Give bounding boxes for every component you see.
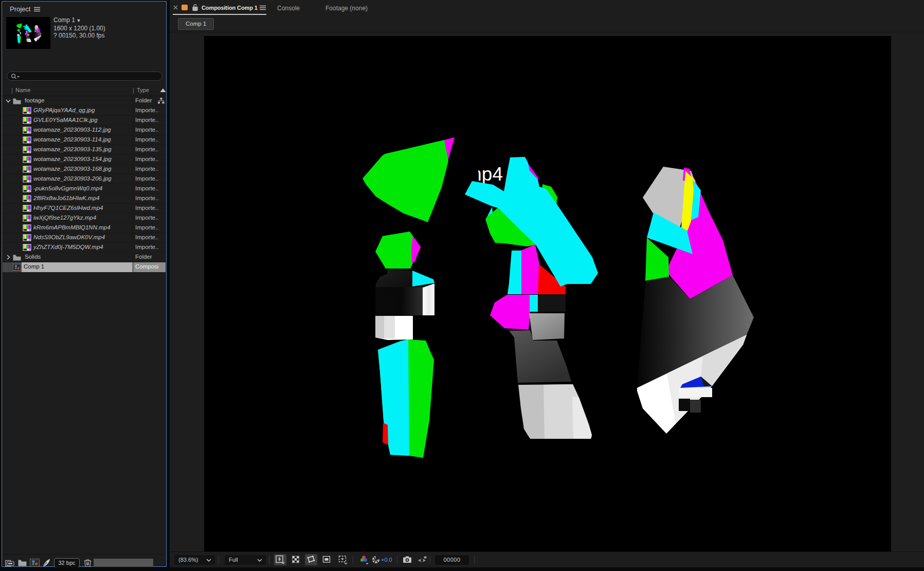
exposure-value[interactable]: +0.0 (381, 557, 392, 563)
project-row[interactable]: kRm6mAPBmMBlQ1NN.mp4Importe.. (3, 223, 166, 233)
resolution-select[interactable]: Full (225, 555, 266, 565)
project-row[interactable]: yZhZTXd0j-7M5DQW.mp4Importe.. (3, 243, 166, 253)
preview-comp-name[interactable]: Comp 1 (53, 16, 75, 24)
project-row[interactable]: wotamaze_20230903-112.jpgImporte.. (3, 126, 166, 135)
project-row[interactable]: HhyF7Q1CEZ6slHwd.mp4Importe.. (3, 204, 166, 213)
project-item-type: Composi (135, 263, 158, 270)
project-row[interactable]: GRyPAjqaYAAd_qg.jpgImporte.. (3, 106, 166, 116)
project-row[interactable]: wotamaze_20230903-114.jpgImporte.. (3, 135, 166, 145)
project-panel-menu-icon[interactable] (33, 6, 41, 12)
mask-visibility-button[interactable] (305, 554, 317, 565)
project-item-type: Importe.. (135, 224, 158, 230)
project-row[interactable]: wotamaze_20230903-206.jpgImporte.. (3, 174, 166, 184)
grid-guides-button[interactable] (337, 554, 349, 565)
fast-previews-icon (276, 555, 285, 564)
project-item-name[interactable]: yZhZTXd0j-7M5DQW.mp4 (33, 244, 103, 250)
zoom-select[interactable]: (83.6%) (174, 555, 215, 565)
toolbar-separator (219, 556, 219, 564)
comp-nav-button[interactable]: Comp 1 (178, 18, 214, 30)
fast-previews-button[interactable] (274, 554, 286, 565)
project-panel-tab[interactable]: Project (10, 5, 30, 13)
reset-exposure-button[interactable] (370, 554, 382, 565)
project-item-name[interactable]: GRyPAjqaYAAd_qg.jpg (33, 107, 95, 113)
project-row[interactable]: Comp 1Composi (3, 262, 166, 272)
project-item-type: Importe.. (135, 205, 158, 211)
composition-panel-menu-icon[interactable] (259, 5, 266, 11)
project-item-name[interactable]: wotamaze_20230903-206.jpg (33, 175, 112, 182)
project-item-list: footageFolderGRyPAjqaYAAd_qg.jpgImporte.… (3, 96, 166, 272)
collapse-chevron-icon[interactable] (6, 255, 11, 260)
project-row[interactable]: 2f8Rx8wJo61bHlwK.mp4Importe.. (3, 194, 166, 204)
project-item-name[interactable]: footage (25, 97, 44, 103)
project-row[interactable]: footageFolder (3, 96, 166, 106)
project-item-type: Importe.. (135, 156, 158, 162)
project-item-name[interactable]: -pukn5o8vGgmnWq0.mp4 (33, 185, 102, 191)
new-folder-icon[interactable] (18, 559, 27, 566)
transparency-grid-icon (292, 555, 301, 564)
rgb-channels-icon (359, 555, 370, 565)
project-item-name[interactable]: Solids (25, 254, 41, 260)
project-item-type: Importe.. (135, 127, 158, 133)
project-row[interactable]: wotamaze_20230903-154.jpgImporte.. (3, 155, 166, 165)
search-input[interactable] (7, 72, 162, 81)
comp-preview-info: Comp 1 ▼ 1600 x 1200 (1.00) ? 00150, 30.… (53, 16, 105, 40)
horizontal-scrollbar[interactable] (94, 559, 153, 567)
delete-trash-icon[interactable] (84, 559, 92, 567)
project-row[interactable]: wotamaze_20230903-168.jpgImporte.. (3, 165, 166, 174)
project-item-type: Folder (135, 97, 152, 103)
show-snapshot-button[interactable] (415, 554, 428, 565)
project-row[interactable]: SolidsFolder (3, 253, 166, 262)
snapshot-button[interactable] (401, 554, 413, 565)
column-header-name[interactable]: Name (15, 87, 30, 93)
folder-icon (13, 254, 21, 261)
interpret-footage-icon[interactable] (5, 559, 14, 567)
resolution-value: Full (229, 557, 238, 563)
render-rocket-icon[interactable] (42, 558, 51, 567)
close-tab-icon[interactable] (173, 5, 178, 10)
transparency-grid-button[interactable] (290, 554, 302, 565)
composition-nav-bar: Comp 1 (170, 15, 924, 32)
footage-icon (23, 195, 31, 202)
project-item-name[interactable]: NdsS9ObZL9awDK0V.mp4 (33, 234, 105, 240)
new-composition-icon[interactable] (30, 559, 40, 567)
project-item-type: Importe.. (135, 215, 158, 221)
project-row[interactable]: wotamaze_20230903-135.jpgImporte.. (3, 145, 166, 155)
tab-console[interactable]: Console (277, 5, 300, 12)
footage-icon (23, 146, 31, 153)
column-header-type[interactable]: Type (137, 87, 149, 93)
project-item-name[interactable]: Comp 1 (24, 263, 44, 270)
project-item-type: Importe.. (135, 146, 158, 152)
project-row[interactable]: NdsS9ObZL9awDK0V.mp4Importe.. (3, 233, 166, 243)
tab-composition[interactable]: Composition Comp 1 (202, 5, 258, 11)
project-item-name[interactable]: 2f8Rx8wJo61bHlwK.mp4 (33, 195, 99, 201)
project-item-name[interactable]: wotamaze_20230903-112.jpg (33, 127, 111, 133)
project-item-name[interactable]: iwXjQf9se127gYkz.mp4 (33, 215, 96, 221)
toolbar-separator (474, 556, 475, 564)
timecode-field[interactable]: 00000 (435, 555, 469, 565)
project-item-name[interactable]: GVLE0Y5aMAA1CIk.jpg (33, 117, 98, 123)
flowchart-icon[interactable] (158, 98, 165, 104)
project-item-name[interactable]: wotamaze_20230903-114.jpg (33, 136, 111, 142)
composition-viewport[interactable] (204, 36, 891, 551)
sort-direction-icon[interactable] (160, 88, 166, 93)
project-row[interactable]: GVLE0Y5aMAA1CIk.jpgImporte.. (3, 116, 166, 126)
project-row[interactable]: -pukn5o8vGgmnWq0.mp4Importe.. (3, 184, 166, 194)
project-item-name[interactable]: HhyF7Q1CEZ6slHwd.mp4 (33, 205, 103, 211)
expand-chevron-icon[interactable] (6, 98, 11, 103)
footage-icon (23, 185, 31, 192)
preview-duration: ? 00150, 30.00 fps (53, 32, 105, 40)
project-item-name[interactable]: wotamaze_20230903-135.jpg (33, 146, 112, 152)
region-of-interest-button[interactable] (321, 554, 333, 565)
project-row[interactable]: iwXjQf9se127gYkz.mp4Importe.. (3, 213, 166, 223)
unlock-icon[interactable] (192, 4, 199, 11)
tab-footage[interactable]: Footage (none) (325, 5, 368, 12)
preview-dimensions: 1600 x 1200 (1.00) (53, 25, 105, 32)
bit-depth-button[interactable]: 32 bpc (54, 558, 80, 568)
channel-settings-button[interactable] (358, 554, 370, 565)
project-item-name[interactable]: kRm6mAPBmMBlQ1NN.mp4 (33, 224, 111, 230)
composition-panel: Composition Comp 1 Console Footage (none… (170, 0, 924, 567)
preview-dropdown-arrow[interactable]: ▼ (75, 18, 81, 23)
project-item-name[interactable]: wotamaze_20230903-154.jpg (33, 156, 112, 162)
project-item-name[interactable]: wotamaze_20230903-168.jpg (33, 166, 112, 172)
folder-icon (13, 98, 21, 104)
